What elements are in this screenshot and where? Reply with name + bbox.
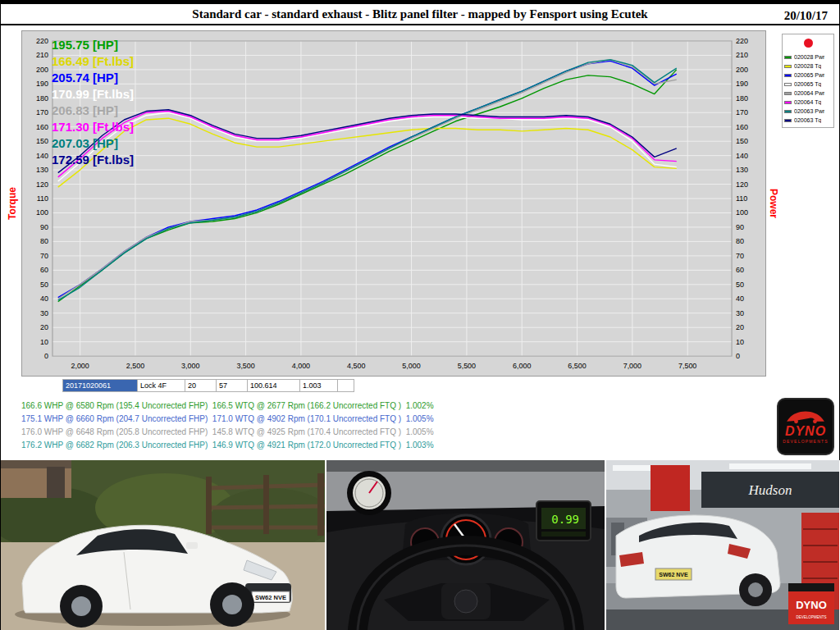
legend-marker (784, 110, 792, 113)
peak-readout-2: 166.49 [Ft.lbs] (52, 53, 134, 70)
dyno-developments-logo: DYNO DEVELOPMENTS (777, 398, 834, 455)
header-date: 20/10/17 (784, 9, 828, 23)
afr-value: 0.99 (551, 513, 579, 526)
legend-marker (784, 65, 792, 68)
svg-text:120: 120 (36, 180, 48, 189)
svg-text:70: 70 (40, 252, 48, 260)
legend-marker (784, 74, 792, 77)
run-cell-5[interactable]: 100.614 (248, 379, 300, 392)
page-title: Standard car - standard exhaust - Blitz … (1, 7, 839, 21)
run-cell-3[interactable]: 20 (185, 379, 217, 392)
legend-marker (784, 56, 792, 59)
front-plate-text: SW62 NVE (255, 594, 286, 601)
svg-text:7,500: 7,500 (678, 362, 696, 370)
banner-text: Hudson (748, 482, 792, 498)
svg-text:70: 70 (736, 252, 744, 260)
peak-readout-7: 207.03 [HP] (52, 135, 134, 152)
dyno-sign: DYNO DEVELOPMENTS (788, 583, 834, 624)
svg-text:160: 160 (736, 123, 748, 131)
svg-text:20: 20 (736, 323, 744, 331)
svg-text:220: 220 (36, 37, 48, 45)
svg-text:190: 190 (36, 80, 48, 88)
legend-item-020065-tq[interactable]: 020065 Tq (784, 80, 832, 89)
svg-text:3,500: 3,500 (236, 362, 254, 370)
photo-strip: SW62 NVE (1, 460, 840, 630)
legend-marker (784, 83, 792, 86)
svg-text:140: 140 (36, 152, 48, 160)
peak-readouts: 195.75 [HP] 166.49 [Ft.lbs] 205.74 [HP] … (52, 37, 134, 168)
run-cell-6[interactable]: 1.003 (300, 379, 338, 392)
legend-item-020063-tq[interactable]: 020063 Tq (784, 116, 832, 125)
dyno-app-window: Standard car - standard exhaust - Blitz … (0, 0, 840, 630)
legend-item-020028-tq[interactable]: 020028 Tq (784, 62, 832, 71)
svg-text:120: 120 (736, 180, 748, 189)
photo-car-interior: 0 0.99 (326, 460, 605, 630)
run-summary-3: 176.0 WHP @ 6648 Rpm (205.8 Uncorrected … (21, 426, 434, 439)
run-summary-1: 166.6 WHP @ 6580 Rpm (195.4 Uncorrected … (21, 399, 434, 413)
svg-text:180: 180 (36, 94, 48, 103)
red-flag (651, 465, 690, 511)
legend-item-020064-pwr[interactable]: 020064 Pwr (784, 89, 832, 98)
legend-item-020064-tq[interactable]: 020064 Tq (784, 98, 832, 107)
peak-readout-4: 170.99 [Ft.lbs] (52, 86, 134, 103)
svg-text:10: 10 (40, 338, 48, 346)
legend-marker (784, 119, 792, 122)
svg-text:170: 170 (36, 108, 48, 116)
rear-plate-text: SW62 NVE (659, 572, 688, 578)
legend-marker (784, 101, 792, 104)
photo-car-interior-art: 0 0.99 (326, 460, 605, 630)
curve-020065-pwr (58, 61, 677, 297)
svg-text:30: 30 (736, 309, 744, 317)
svg-text:140: 140 (736, 152, 748, 160)
svg-text:50: 50 (736, 281, 744, 289)
peak-readout-6: 171.30 [Ft.lbs] (52, 119, 134, 135)
svg-text:5,500: 5,500 (458, 362, 476, 370)
side-mirror (186, 542, 198, 549)
legend-item-020063-pwr[interactable]: 020063 Pwr (784, 107, 832, 116)
svg-text:40: 40 (736, 294, 744, 303)
legend-marker (784, 92, 792, 95)
photo-dyno-workshop-art: Hudson SW62 NVE (606, 460, 839, 630)
svg-text:210: 210 (36, 51, 48, 59)
curve-020063-pwr (58, 60, 677, 300)
svg-text:100: 100 (736, 208, 748, 217)
logo-car-icon (784, 409, 827, 424)
power-axis-label: Power (768, 179, 779, 228)
logo-name: DYNO (785, 425, 826, 438)
svg-text:90: 90 (736, 223, 744, 231)
svg-text:5,000: 5,000 (402, 362, 420, 370)
svg-text:150: 150 (736, 137, 748, 145)
run-cell-4[interactable]: 57 (217, 379, 248, 392)
svg-text:40: 40 (40, 294, 48, 303)
photo-car-exterior: SW62 NVE (1, 460, 325, 630)
chart-legend: 020028 Pwr 020028 Tq 020065 Pwr 020065 T… (782, 34, 834, 128)
run-id-cell[interactable]: 20171020061 (62, 379, 138, 392)
logo-subname: DEVELOPMENTS (783, 439, 829, 444)
svg-text:210: 210 (736, 51, 748, 59)
svg-text:170: 170 (736, 108, 748, 116)
curve-020064-tq (58, 112, 677, 177)
legend-item-020028-pwr[interactable]: 020028 Pwr (784, 52, 832, 62)
curve-020028-pwr (58, 70, 677, 302)
run-table-row[interactable]: 20171020061 Lock 4F 20 57 100.614 1.003 (62, 379, 354, 392)
svg-text:4,500: 4,500 (347, 362, 365, 370)
white-car-rear: SW62 NVE (616, 515, 780, 606)
svg-text:30: 30 (40, 309, 48, 317)
dyno-sign-name: DYNO (796, 599, 827, 611)
svg-text:3,000: 3,000 (181, 362, 199, 370)
svg-text:2,500: 2,500 (126, 362, 144, 370)
torque-axis-label: Torque (7, 179, 18, 228)
svg-text:4,000: 4,000 (292, 362, 310, 370)
svg-text:7,000: 7,000 (623, 362, 641, 370)
svg-text:110: 110 (736, 194, 747, 203)
run-gear-cell[interactable]: Lock 4F (138, 379, 185, 392)
svg-text:220: 220 (736, 37, 748, 45)
svg-text:200: 200 (36, 66, 48, 74)
run-cell-7[interactable] (338, 379, 354, 392)
svg-text:160: 160 (36, 123, 48, 131)
svg-text:0: 0 (44, 352, 48, 360)
svg-text:20: 20 (40, 323, 48, 331)
record-icon[interactable] (804, 39, 813, 48)
svg-text:150: 150 (36, 137, 48, 145)
legend-item-020065-pwr[interactable]: 020065 Pwr (784, 71, 832, 80)
